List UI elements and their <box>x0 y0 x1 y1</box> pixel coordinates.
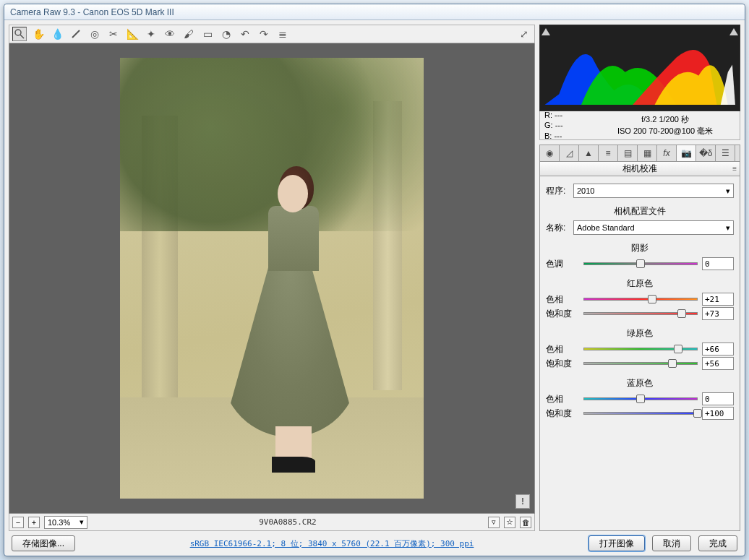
image-preview[interactable]: ! <box>9 43 535 514</box>
profile-section-title: 相机配置文件 <box>546 205 734 217</box>
shadow-clip-icon[interactable] <box>542 27 550 35</box>
green-hue-label: 色相 <box>546 343 579 356</box>
svg-point-0 <box>15 30 21 35</box>
shadow-tint-input[interactable] <box>702 257 734 270</box>
blue-sat-input[interactable] <box>702 407 734 420</box>
tab-detail-icon[interactable]: ▲ <box>579 145 599 161</box>
titlebar: Camera Raw 9.3 - Canon EOS 5D Mark III <box>4 4 745 20</box>
profile-label: 名称: <box>546 222 570 234</box>
crop-tool-icon[interactable]: ✂ <box>106 27 121 41</box>
tab-lens-icon[interactable]: ▦ <box>638 145 657 161</box>
exif-info: R: ---G: ---B: --- f/3.2 1/200 秒ISO 200 … <box>539 111 740 140</box>
zoom-tool-icon[interactable] <box>12 27 27 41</box>
svg-line-1 <box>20 35 24 38</box>
workflow-options-link[interactable]: sRGB IEC61966-2.1; 8 位; 3840 x 5760 (22.… <box>82 538 581 549</box>
red-hue-label: 色相 <box>546 293 579 306</box>
footer-bar: 存储图像... sRGB IEC61966-2.1; 8 位; 3840 x 5… <box>4 531 745 556</box>
tab-presets-icon[interactable]: �δ <box>696 145 716 161</box>
right-column: R: ---G: ---B: --- f/3.2 1/200 秒ISO 200 … <box>539 25 740 531</box>
panel-title: 相机校准 <box>622 163 657 175</box>
histogram[interactable] <box>539 25 740 111</box>
red-sat-label: 饱和度 <box>546 308 579 320</box>
redeye-tool-icon[interactable]: 👁 <box>163 27 177 41</box>
exposure-readout: f/3.2 1/200 秒ISO 200 70-200@100 毫米 <box>595 114 735 137</box>
tab-fx-icon[interactable]: fx <box>657 145 677 161</box>
green-hue-slider[interactable] <box>583 344 698 354</box>
rotate-cw-icon[interactable]: ↷ <box>257 27 271 41</box>
filename-label: 9V0A0885.CR2 <box>92 517 484 527</box>
spot-removal-tool-icon[interactable]: ✦ <box>144 27 158 41</box>
panel-header: 相机校准 ≡ <box>539 162 740 176</box>
color-sampler-tool-icon[interactable] <box>69 27 83 41</box>
preview-bottom-bar: − + 10.3%▾ 9V0A0885.CR2 ▿ ☆ 🗑 <box>9 514 535 531</box>
tab-hsl-icon[interactable]: ≡ <box>599 145 618 161</box>
panel-menu-icon[interactable]: ≡ <box>732 165 737 173</box>
graduated-filter-tool-icon[interactable]: ▭ <box>200 27 215 41</box>
left-column: ✋ 💧 ◎ ✂ 📐 ✦ 👁 🖌 ▭ ◔ ↶ ↷ ≣ ⤢ <box>9 25 535 531</box>
blue-sat-label: 饱和度 <box>546 408 579 420</box>
filter-icon[interactable]: ▿ <box>488 517 500 528</box>
white-balance-tool-icon[interactable]: 💧 <box>50 27 64 41</box>
trash-icon[interactable]: 🗑 <box>520 517 531 528</box>
tab-basic-icon[interactable]: ◉ <box>540 145 560 161</box>
rating-icon[interactable]: ☆ <box>504 517 515 528</box>
tab-snapshots-icon[interactable]: ☰ <box>716 145 735 161</box>
adjustment-brush-tool-icon[interactable]: 🖌 <box>181 27 196 41</box>
tab-split-icon[interactable]: ▤ <box>618 145 638 161</box>
red-hue-input[interactable] <box>702 293 734 306</box>
red-sat-input[interactable] <box>702 307 734 320</box>
red-title: 红原色 <box>546 277 734 290</box>
highlight-clip-icon[interactable] <box>729 27 738 35</box>
preview-image <box>120 58 424 499</box>
svg-line-2 <box>72 30 80 38</box>
zoom-level-field[interactable]: 10.3%▾ <box>44 516 87 529</box>
green-sat-label: 饱和度 <box>546 358 579 370</box>
blue-title: 蓝原色 <box>546 377 734 389</box>
main-toolbar: ✋ 💧 ◎ ✂ 📐 ✦ 👁 🖌 ▭ ◔ ↶ ↷ ≣ ⤢ <box>9 25 535 43</box>
hand-tool-icon[interactable]: ✋ <box>31 27 46 41</box>
fullscreen-toggle-icon[interactable]: ⤢ <box>517 27 531 41</box>
process-dropdown[interactable]: 2010▾ <box>573 184 734 198</box>
blue-hue-slider[interactable] <box>583 394 698 404</box>
profile-dropdown[interactable]: Adobe Standard▾ <box>573 220 734 235</box>
rgb-readout: R: ---G: ---B: --- <box>544 110 595 141</box>
done-button[interactable]: 完成 <box>698 535 737 551</box>
blue-hue-label: 色相 <box>546 393 579 405</box>
save-image-button[interactable]: 存储图像... <box>12 535 75 551</box>
red-sat-slider[interactable] <box>583 309 698 319</box>
app-window: Camera Raw 9.3 - Canon EOS 5D Mark III ✋… <box>4 4 745 556</box>
green-sat-input[interactable] <box>702 357 734 370</box>
shadow-tint-slider[interactable] <box>583 259 698 269</box>
preferences-icon[interactable]: ≣ <box>275 27 290 41</box>
rotate-ccw-icon[interactable]: ↶ <box>238 27 252 41</box>
cancel-button[interactable]: 取消 <box>652 535 691 551</box>
blue-hue-input[interactable] <box>702 392 734 405</box>
green-hue-input[interactable] <box>702 343 734 356</box>
content-area: ✋ 💧 ◎ ✂ 📐 ✦ 👁 🖌 ▭ ◔ ↶ ↷ ≣ ⤢ <box>4 20 745 531</box>
open-image-button[interactable]: 打开图像 <box>588 535 645 551</box>
warning-badge-icon[interactable]: ! <box>515 494 530 509</box>
straighten-tool-icon[interactable]: 📐 <box>125 27 140 41</box>
tab-calibration-icon[interactable]: 📷 <box>677 145 696 161</box>
panel-tabs: ◉ ◿ ▲ ≡ ▤ ▦ fx 📷 �δ ☰ <box>539 145 740 162</box>
shadow-tint-label: 色调 <box>546 258 579 270</box>
blue-sat-slider[interactable] <box>583 408 698 418</box>
process-label: 程序: <box>546 185 570 197</box>
radial-filter-tool-icon[interactable]: ◔ <box>219 27 234 41</box>
targeted-adjustment-tool-icon[interactable]: ◎ <box>87 27 102 41</box>
shadows-title: 阴影 <box>546 242 734 254</box>
zoom-in-button[interactable]: + <box>28 517 40 528</box>
red-hue-slider[interactable] <box>583 294 698 304</box>
tab-curve-icon[interactable]: ◿ <box>560 145 579 161</box>
window-title: Camera Raw 9.3 - Canon EOS 5D Mark III <box>10 7 174 17</box>
zoom-out-button[interactable]: − <box>12 517 24 528</box>
panel-body: 程序: 2010▾ 相机配置文件 名称: Adobe Standard▾ 阴影 … <box>539 176 740 531</box>
green-title: 绿原色 <box>546 327 734 340</box>
green-sat-slider[interactable] <box>583 358 698 369</box>
